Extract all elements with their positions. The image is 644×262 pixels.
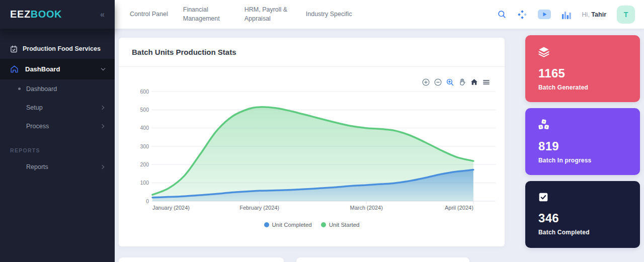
check-square-icon — [538, 192, 548, 202]
main-content: Batch Units Production Stats — [115, 29, 644, 262]
sidebar-item-label: Setup — [26, 104, 43, 111]
stat-label: Batch Completed — [538, 229, 627, 236]
chart-selection-zoom-icon[interactable] — [446, 78, 454, 86]
chart-title: Batch Units Production Stats — [132, 48, 236, 56]
sidebar-item-dashboard[interactable]: Dashboard — [0, 79, 115, 98]
chart-pan-hand-icon[interactable] — [458, 78, 466, 86]
bottom-card-left — [119, 257, 284, 262]
stat-value: 819 — [538, 139, 627, 153]
svg-text:400: 400 — [140, 125, 149, 131]
sidebar-item-label: Dashboard — [26, 85, 57, 93]
greeting-prefix: Hi, — [582, 11, 590, 18]
chevron-right-icon — [100, 124, 104, 128]
nav-link-industry-specific[interactable]: Industry Specific — [306, 10, 352, 19]
sidebar: EEZBOOK « Production Food Services DashB… — [0, 0, 115, 262]
video-tutorial-icon[interactable] — [538, 10, 551, 19]
sidebar-collapse-icon[interactable]: « — [100, 10, 105, 19]
chart-card: Batch Units Production Stats — [119, 38, 505, 246]
layers-icon — [538, 46, 549, 57]
sidebar-item-label: DashBoard — [25, 65, 95, 73]
stat-value: 1165 — [538, 66, 627, 80]
stat-label: Batch Generated — [538, 84, 627, 91]
chart-zoom-out-icon[interactable] — [434, 78, 442, 86]
stat-card-batch-generated[interactable]: 1165 Batch Generated — [525, 35, 640, 102]
stat-value: 346 — [538, 211, 627, 225]
bottom-card-right — [296, 257, 469, 262]
chart-reset-home-icon[interactable] — [470, 78, 478, 86]
top-navbar: Control Panel Financial Management HRM, … — [115, 0, 644, 29]
legend-dot-green — [321, 222, 326, 227]
navbar-actions: Hi, Tahir T — [497, 6, 635, 24]
bar-chart-icon[interactable] — [561, 10, 572, 19]
chart-menu-icon[interactable] — [482, 78, 491, 86]
area-chart[interactable]: 0100200300400500600January (2024)Februar… — [131, 75, 503, 221]
app-root: EEZBOOK « Production Food Services DashB… — [0, 0, 644, 262]
sidebar-item-dashboard-parent[interactable]: DashBoard — [0, 59, 115, 79]
chart-zoom-in-icon[interactable] — [422, 78, 430, 86]
stat-label: Batch In progress — [538, 157, 627, 164]
app-logo: EEZBOOK — [10, 9, 62, 20]
svg-text:March (2024): March (2024) — [350, 205, 382, 211]
search-icon[interactable] — [497, 10, 507, 19]
chevron-down-icon — [101, 66, 105, 70]
logo-primary: EEZ — [10, 9, 31, 20]
stat-card-batch-completed[interactable]: 346 Batch Completed — [525, 181, 640, 248]
legend-item-unit-started[interactable]: Unit Started — [321, 222, 360, 228]
dice-icon — [538, 119, 549, 130]
svg-text:300: 300 — [140, 143, 149, 149]
calendar-check-icon — [10, 45, 18, 53]
svg-text:200: 200 — [140, 161, 149, 167]
legend-item-unit-completed[interactable]: Unit Completed — [264, 222, 312, 228]
legend-label: Unit Started — [329, 222, 360, 228]
nav-link-control-panel[interactable]: Control Panel — [130, 10, 168, 19]
bullet-dot-icon — [18, 88, 21, 90]
stat-card-batch-in-progress[interactable]: 819 Batch In progress — [525, 108, 640, 175]
sidebar-item-label: Process — [26, 123, 49, 130]
legend-dot-blue — [264, 222, 269, 227]
sidebar-item-production-food-services[interactable]: Production Food Services — [0, 44, 115, 54]
nav-link-hrm-payroll-appraisal[interactable]: HRM, Payroll & Appraisal — [245, 6, 291, 23]
svg-text:January (2024): January (2024) — [152, 205, 190, 211]
sidebar-header: EEZBOOK « — [0, 0, 115, 29]
sidebar-item-label: Production Food Services — [23, 45, 101, 52]
svg-text:0: 0 — [146, 198, 149, 204]
chart-legend: Unit Completed Unit Started — [119, 222, 505, 228]
legend-label: Unit Completed — [272, 222, 312, 228]
nav-links: Control Panel Financial Management HRM, … — [130, 6, 352, 23]
home-icon — [10, 65, 19, 73]
sidebar-section-reports: REPORTS — [10, 147, 105, 153]
sidebar-item-setup[interactable]: Setup — [0, 98, 115, 117]
avatar[interactable]: T — [617, 6, 635, 24]
chevron-right-icon — [100, 105, 104, 109]
sidebar-item-label: Reports — [26, 163, 48, 170]
chart-toolbar — [422, 78, 491, 86]
chevron-right-icon — [100, 164, 104, 168]
user-greeting: Hi, Tahir — [582, 11, 606, 18]
sidebar-item-process[interactable]: Process — [0, 117, 115, 135]
svg-text:February (2024): February (2024) — [239, 205, 279, 211]
svg-text:600: 600 — [140, 89, 149, 95]
svg-text:April (2024): April (2024) — [445, 205, 473, 211]
nav-link-financial-management[interactable]: Financial Management — [183, 6, 229, 23]
apps-grid-icon[interactable] — [517, 10, 527, 20]
logo-accent: BOOK — [31, 9, 62, 20]
greeting-name: Tahir — [591, 11, 606, 18]
sidebar-item-reports[interactable]: Reports — [0, 157, 115, 176]
svg-text:500: 500 — [140, 107, 149, 113]
chart-card-header: Batch Units Production Stats — [119, 38, 505, 67]
svg-text:100: 100 — [140, 180, 149, 186]
